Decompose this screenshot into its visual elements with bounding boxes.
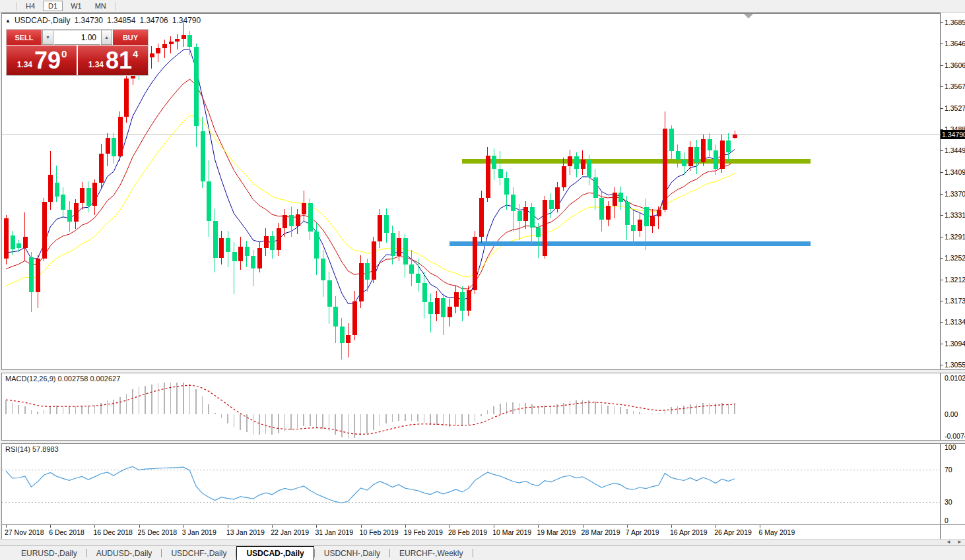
date-label: 25 Dec 2018 — [138, 528, 178, 536]
date-label: 28 Feb 2019 — [448, 528, 487, 536]
timeframe-button-h4[interactable]: H4 — [20, 1, 40, 11]
date-label: 16 Apr 2019 — [670, 528, 708, 536]
macd-tick-label: 0.010229 — [945, 374, 965, 382]
date-label: 10 Mar 2019 — [492, 528, 531, 536]
sell-price-big-digits: 79 — [34, 49, 61, 73]
price-tick-label: 1.36060 — [945, 61, 965, 69]
macd-pane[interactable] — [2, 373, 941, 440]
price-tick-label: 1.36850 — [945, 18, 965, 26]
sell-price-prefix: 1.34 — [17, 60, 32, 69]
volume-increase-button[interactable]: ▲ — [101, 30, 112, 45]
date-tick — [139, 525, 140, 528]
tab-audusd-daily[interactable]: AUDUSD-,Daily — [87, 546, 162, 560]
date-tick — [760, 525, 760, 528]
horizontal-scrollbar[interactable] — [0, 539, 965, 545]
volume-input[interactable] — [54, 30, 100, 45]
chart-title: ▲ USDCAD-,Daily 1.34730 1.34854 1.34706 … — [5, 16, 201, 25]
timeframe-button-d1[interactable]: D1 — [43, 1, 63, 11]
price-tick — [941, 194, 943, 195]
price-tick — [941, 129, 943, 130]
buy-price-prefix: 1.34 — [88, 60, 104, 69]
scroll-left-icon[interactable]: ◄ — [943, 539, 954, 545]
tab-usdchf-daily[interactable]: USDCHF-,Daily — [162, 546, 236, 560]
price-tick-label: 1.35270 — [945, 104, 965, 112]
date-label: 6 May 2019 — [758, 528, 795, 536]
price-tick — [941, 237, 943, 237]
price-tick — [941, 322, 943, 323]
tab-usdcnh-daily[interactable]: USDCNH-,Daily — [315, 546, 389, 560]
date-tick — [494, 525, 494, 528]
price-tick-label: 1.32120 — [945, 276, 965, 284]
price-tick-label: 1.34880 — [945, 125, 965, 133]
price-tick — [941, 108, 943, 109]
date-label: 10 Feb 2019 — [360, 528, 399, 536]
price-tick-label: 1.33310 — [945, 211, 965, 219]
date-label: 6 Dec 2018 — [49, 528, 84, 536]
time-axis[interactable]: 27 Nov 20186 Dec 201816 Dec 201825 Dec 2… — [2, 525, 940, 539]
date-tick — [228, 525, 228, 528]
scroll-right-icon[interactable]: ► — [954, 539, 965, 545]
price-tick-label: 1.32520 — [945, 254, 965, 262]
price-tick-label: 1.31340 — [945, 318, 965, 326]
chart-symbol-label: USDCAD-,Daily — [15, 16, 71, 25]
price-tick — [941, 22, 943, 23]
ohlc-low: 1.34706 — [139, 16, 168, 25]
volume-decrease-button[interactable]: ▼ — [42, 30, 53, 45]
date-tick — [583, 525, 583, 528]
price-tick — [941, 65, 943, 66]
mt4-application: H4D1W1MN ▲ USDCAD-,Daily 1.34730 1.34854… — [0, 0, 965, 560]
price-tick-label: 1.34090 — [945, 168, 965, 176]
rsi-pane[interactable] — [2, 443, 941, 524]
price-tick-label: 1.33700 — [945, 190, 965, 198]
buy-button[interactable]: BUY — [113, 30, 148, 45]
date-tick — [715, 525, 716, 528]
sell-price-display[interactable]: 1.34 79 0 — [7, 46, 77, 75]
date-label: 19 Mar 2019 — [537, 528, 576, 536]
price-tick — [941, 86, 943, 87]
date-label: 16 Dec 2018 — [93, 528, 133, 536]
buy-price-display[interactable]: 1.34 81 4 — [78, 46, 148, 75]
price-tick — [941, 215, 943, 216]
rsi-line — [6, 467, 735, 503]
macd-tick-label: 0.00 — [945, 410, 958, 418]
date-label: 7 Apr 2019 — [626, 528, 659, 536]
price-tick — [941, 258, 943, 259]
price-tick — [941, 150, 943, 151]
date-label: 26 Apr 2019 — [714, 528, 752, 536]
ohlc-open: 1.34730 — [75, 16, 103, 25]
macd-indicator-label: MACD(12,26,9) 0.002758 0.002627 — [5, 375, 120, 383]
ohlc-close: 1.34790 — [172, 16, 201, 25]
date-label: 28 Mar 2019 — [582, 528, 620, 536]
one-click-panel-collapse-icon[interactable]: ▲ — [5, 18, 11, 24]
date-tick — [50, 525, 51, 528]
horizontal-trend-lines[interactable] — [449, 159, 811, 246]
buy-price-pip-digit: 4 — [133, 48, 138, 59]
date-label: 19 Feb 2019 — [404, 528, 443, 536]
one-click-trade-panel: SELL ▼ ▲ BUY 1.34 79 0 1.34 81 4 — [6, 29, 149, 76]
price-tick-label: 1.31730 — [945, 297, 965, 305]
date-label: 13 Jan 2019 — [226, 528, 265, 536]
sell-button[interactable]: SELL — [7, 30, 42, 45]
price-tick — [941, 365, 943, 365]
tab-usdcad-daily[interactable]: USDCAD-,Daily — [236, 546, 314, 560]
price-tick-label: 1.36460 — [945, 40, 965, 47]
macd-histogram — [6, 383, 735, 439]
timeframe-button-mn[interactable]: MN — [90, 1, 112, 11]
date-label: 3 Jan 2019 — [182, 528, 216, 536]
tab-eurchf-weekly[interactable]: EURCHF-,Weekly — [390, 546, 472, 560]
macd-signal-line — [6, 385, 735, 434]
rsi-tick-label: 0 — [945, 516, 948, 524]
timeframe-toolbar: H4D1W1MN — [0, 0, 965, 13]
timeframe-button-w1[interactable]: W1 — [65, 1, 87, 11]
rsi-indicator-label: RSI(14) 57.8983 — [5, 445, 59, 453]
tab-eurusd-daily[interactable]: EURUSD-,Daily — [12, 546, 86, 560]
date-tick — [627, 525, 628, 528]
price-tick-label: 1.30550 — [945, 361, 965, 369]
date-tick — [94, 525, 95, 528]
auto-scroll-marker-icon[interactable] — [744, 14, 753, 18]
rsi-tick-label: 30 — [945, 498, 952, 506]
date-label: 22 Jan 2019 — [271, 528, 309, 536]
date-label: 31 Jan 2019 — [315, 528, 353, 536]
price-tick-label: 1.35670 — [945, 82, 965, 90]
chart-tab-bar: EURUSD-,DailyAUDUSD-,DailyUSDCHF-,DailyU… — [0, 545, 965, 560]
